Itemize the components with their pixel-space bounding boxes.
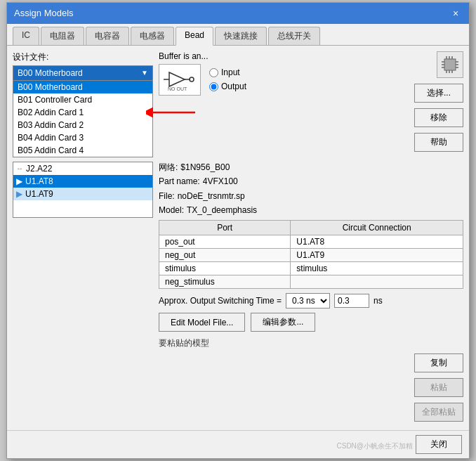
info-block: 网络: $1N956_B00 Part name: 4VFX100 File: … — [159, 160, 463, 218]
assign-models-dialog: Assign Models × IC 电阻器 电容器 电感器 Bead 快速跳接… — [6, 2, 470, 460]
radio-input[interactable] — [209, 68, 218, 77]
dropdown-arrow-icon: ▼ — [141, 69, 148, 77]
tree-component-icon2: ▶ — [16, 189, 22, 199]
table-row: neg_stimulus — [159, 275, 463, 289]
select-button[interactable]: 选择... — [414, 84, 463, 103]
table-cell-connection: stimulus — [291, 262, 463, 275]
tree-item-u1at8[interactable]: ▶ U1.AT8 — [13, 175, 152, 188]
table-row: stimulus stimulus — [159, 262, 463, 275]
tree-item-label: J2.A22 — [26, 164, 52, 174]
table-cell-port: pos_out — [159, 235, 291, 249]
remove-button[interactable]: 移除 — [414, 108, 463, 127]
table-cell-connection — [291, 275, 463, 289]
table-header-port: Port — [159, 221, 291, 235]
dialog-footer: CSDN@小帆余生不加精 关闭 — [7, 430, 469, 458]
buffer-section: Buffer is an... NO OUT — [159, 51, 463, 155]
left-panel: 设计文件: B00 Motherboard ▼ B00 Motherboard … — [13, 51, 153, 425]
switching-time-select[interactable]: 0.3 ns — [286, 293, 330, 309]
tab-bead[interactable]: Bead — [176, 27, 213, 46]
tree-expand-icon: ↔ — [16, 164, 23, 172]
design-dropdown-value: B00 Motherboard — [18, 68, 141, 78]
chip-icon — [437, 51, 463, 78]
tab-resistor[interactable]: 电阻器 — [41, 27, 84, 45]
file-label: File: — [159, 189, 175, 203]
port-connection-table: Port Circuit Connection pos_out U1.AT8 n… — [159, 220, 463, 289]
radio-input-item[interactable]: Input — [209, 67, 246, 77]
watermark: CSDN@小帆余生不加精 — [337, 441, 414, 451]
edit-buttons-row: Edit Model File... 编辑参数... — [159, 313, 463, 332]
model-row: Model: TX_0_deemphasis — [159, 203, 463, 217]
switching-time-input[interactable]: 0.3 — [334, 294, 369, 308]
dropdown-item-b01[interactable]: B01 Controller Card — [13, 93, 152, 106]
ns-label: ns — [373, 296, 383, 306]
tab-bus-switch[interactable]: 总线开关 — [268, 27, 320, 45]
right-panel: Buffer is an... NO OUT — [159, 51, 463, 425]
dropdown-item-b04[interactable]: B04 Addin Card 3 — [13, 131, 152, 144]
buffer-header: Buffer is an... — [159, 51, 246, 61]
svg-text:NO  OUT: NO OUT — [168, 86, 187, 91]
buffer-symbol-icon: NO OUT — [162, 67, 197, 92]
radio-input-label: Input — [221, 67, 240, 77]
tab-quick-connect[interactable]: 快速跳接 — [215, 27, 267, 45]
edit-params-button[interactable]: 编辑参数... — [251, 313, 315, 332]
ic-chip-icon — [440, 55, 460, 74]
switching-time-row: Approx. Output Switching Time = 0.3 ns 0… — [159, 293, 463, 309]
radio-output-item[interactable]: Output — [209, 82, 246, 91]
table-row: neg_out U1.AT9 — [159, 249, 463, 262]
radio-output[interactable] — [209, 82, 218, 91]
part-name-label: Part name: — [159, 174, 200, 188]
design-dropdown[interactable]: B00 Motherboard ▼ — [13, 65, 153, 81]
tree-item-u1at9[interactable]: ▶ U1.AT9 — [13, 188, 152, 200]
tree-item-label: U1.AT9 — [25, 189, 53, 199]
net-label: 网络: — [159, 160, 178, 174]
tree-item-label: U1.AT8 — [25, 176, 53, 186]
dropdown-item-b03[interactable]: B03 Addin Card 2 — [13, 119, 152, 131]
component-tree: ↔ J2.A22 ▶ U1.AT8 ▶ U1.AT9 — [13, 162, 153, 218]
action-buttons: 选择... 移除 帮助 — [414, 51, 463, 155]
table-cell-connection: U1.AT8 — [291, 235, 463, 249]
design-file-label: 设计文件: — [13, 51, 153, 63]
svg-marker-2 — [169, 72, 185, 86]
tree-component-icon: ▶ — [16, 176, 22, 186]
help-button[interactable]: 帮助 — [414, 133, 463, 152]
dropdown-item-b02[interactable]: B02 Addin Card 1 — [13, 106, 152, 119]
paste-button[interactable]: 粘贴 — [414, 378, 463, 397]
tab-inductor[interactable]: 电感器 — [131, 27, 174, 45]
close-dialog-button[interactable]: 关闭 — [416, 435, 462, 454]
table-cell-port: neg_out — [159, 249, 291, 262]
paste-model-label: 要粘贴的模型 — [159, 337, 463, 349]
design-dropdown-container: B00 Motherboard ▼ B00 Motherboard B01 Co… — [13, 65, 153, 157]
paste-all-button[interactable]: 全部粘贴 — [414, 403, 463, 422]
paste-buttons: 复制 粘贴 全部粘贴 — [159, 353, 463, 424]
copy-button[interactable]: 复制 — [414, 353, 463, 372]
table-cell-connection: U1.AT9 — [291, 249, 463, 262]
tab-capacitor[interactable]: 电容器 — [86, 27, 129, 45]
dropdown-item-b05[interactable]: B05 Addin Card 4 — [13, 144, 152, 157]
dropdown-item-b00[interactable]: B00 Motherboard — [13, 81, 152, 93]
part-name-row: Part name: 4VFX100 — [159, 174, 463, 188]
table-header-connection: Circuit Connection — [291, 221, 463, 235]
dialog-title: Assign Models — [14, 8, 74, 18]
close-icon[interactable]: × — [449, 7, 462, 20]
file-row: File: noDeE_trsnmtr.sp — [159, 189, 463, 203]
switching-time-label: Approx. Output Switching Time = — [159, 296, 282, 306]
model-value: TX_0_deemphasis — [187, 203, 257, 217]
net-value: $1N956_B00 — [180, 160, 230, 174]
radio-output-label: Output — [221, 82, 246, 91]
file-value: noDeE_trsnmtr.sp — [178, 189, 245, 203]
table-cell-port: stimulus — [159, 262, 291, 275]
net-row: 网络: $1N956_B00 — [159, 160, 463, 174]
title-bar: Assign Models × — [7, 3, 469, 24]
radio-group: Input Output — [209, 67, 246, 91]
svg-rect-6 — [444, 59, 456, 70]
buffer-icon: NO OUT — [159, 64, 201, 96]
tree-item-j2a22[interactable]: ↔ J2.A22 — [13, 162, 152, 175]
tab-ic[interactable]: IC — [13, 27, 39, 45]
table-row: pos_out U1.AT8 — [159, 235, 463, 249]
table-cell-port: neg_stimulus — [159, 275, 291, 289]
tab-bar: IC 电阻器 电容器 电感器 Bead 快速跳接 总线开关 — [7, 24, 469, 46]
model-label: Model: — [159, 203, 184, 217]
dropdown-list: B00 Motherboard B01 Controller Card B02 … — [13, 81, 153, 157]
part-name-value: 4VFX100 — [203, 174, 238, 188]
edit-model-button[interactable]: Edit Model File... — [159, 313, 245, 332]
